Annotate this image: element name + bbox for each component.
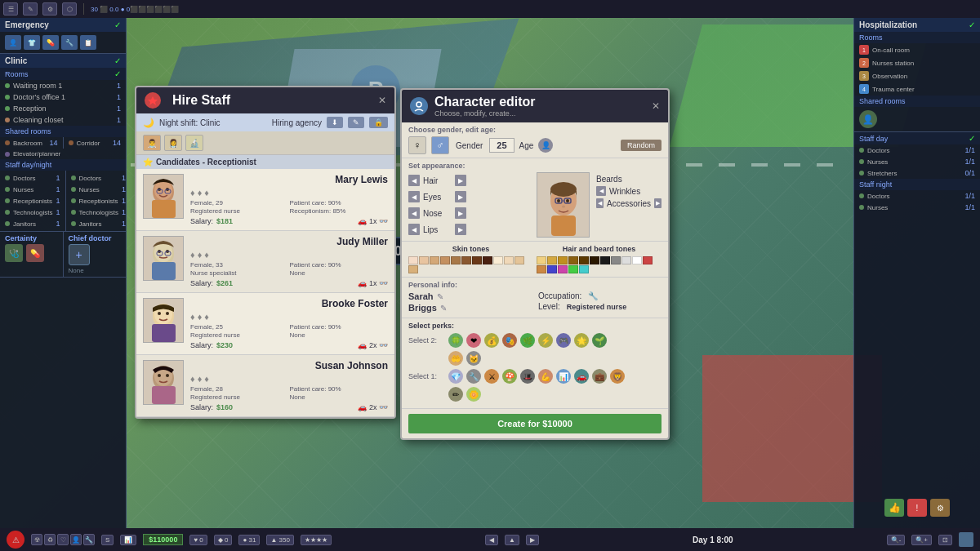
hair-swatch-1[interactable]: [537, 256, 546, 264]
perk-drama[interactable]: 🎭: [502, 333, 517, 348]
lips-right-btn[interactable]: ▶: [455, 224, 466, 235]
perk-cat[interactable]: 🐱: [466, 351, 481, 366]
perk-clover[interactable]: 🍀: [448, 333, 463, 348]
bottom-icon-1[interactable]: ☢: [31, 534, 42, 545]
eyes-left-btn[interactable]: ◀: [408, 191, 420, 202]
room-doctors[interactable]: Doctor's office 1 1: [0, 91, 126, 103]
perk-heart[interactable]: ❤: [466, 333, 481, 348]
perk-muscle[interactable]: 💪: [538, 369, 553, 384]
shared-backroom[interactable]: Backroom 14: [0, 137, 63, 149]
nose-left-btn[interactable]: ◀: [408, 207, 420, 219]
hosp-room-1[interactable]: 1 On-call room: [854, 43, 980, 56]
firstname-edit-icon[interactable]: ✎: [437, 292, 443, 301]
staff-nurse-day[interactable]: Nurses 1: [0, 184, 65, 195]
hosp-green-btn[interactable]: 👍: [884, 499, 904, 517]
hair-swatch-14[interactable]: [558, 265, 568, 273]
staff-doc-night[interactable]: Doctors 1: [66, 172, 127, 184]
perk-lightning[interactable]: ⚡: [538, 333, 553, 348]
bottom-icon-chart[interactable]: 📊: [120, 535, 136, 545]
emerg-icon-3[interactable]: 💊: [42, 35, 59, 50]
nav-left[interactable]: ◀: [485, 535, 498, 545]
hospitalization-header[interactable]: Hospitalization ✓: [854, 18, 980, 32]
skin-swatch-12[interactable]: [408, 265, 418, 273]
staff-janitor-day[interactable]: Janitors 1: [0, 218, 65, 229]
hair-swatch-13[interactable]: [547, 265, 557, 273]
skin-swatch-3[interactable]: [430, 256, 439, 264]
candidate-row-mary[interactable]: Mary Lewis ♦ ♦ ♦ Female, 29 Patient care…: [136, 169, 394, 231]
gender-male-btn[interactable]: ♂: [431, 136, 449, 154]
shared-corridor[interactable]: Corridor 14: [64, 137, 127, 149]
hosp-stretch-day[interactable]: Stretchers 0/1: [854, 167, 980, 179]
bottom-icon-2[interactable]: ♻: [44, 534, 56, 545]
hair-swatch-4[interactable]: [568, 256, 578, 264]
hosp-room-2[interactable]: 2 Nurses station: [854, 56, 980, 69]
hair-swatch-5[interactable]: [579, 256, 589, 264]
perk-case[interactable]: 💼: [592, 369, 607, 384]
hair-swatch-8[interactable]: [611, 256, 621, 264]
hosp-red-btn[interactable]: !: [907, 499, 927, 517]
accessories-left-btn[interactable]: ◀: [596, 198, 604, 208]
hosp-brown-btn[interactable]: ⚙: [930, 499, 950, 517]
skin-swatch-10[interactable]: [504, 256, 514, 264]
hair-swatch-6[interactable]: [590, 256, 599, 264]
hair-swatch-11[interactable]: [643, 256, 653, 264]
hair-swatch-9[interactable]: [621, 256, 631, 264]
gender-female-btn[interactable]: ♀: [408, 136, 426, 154]
hair-right-btn[interactable]: ▶: [455, 175, 466, 186]
room-reception[interactable]: Reception 1: [0, 103, 126, 114]
emerg-icon-4[interactable]: 🔧: [61, 35, 78, 50]
bottom-icon-S[interactable]: S: [101, 535, 114, 545]
staff-tech-night[interactable]: Technologists 1: [66, 207, 127, 218]
candidate-row-judy[interactable]: Judy Miller ♦ ♦ ♦ Female, 33 Patient car…: [136, 231, 394, 293]
perk-pencil[interactable]: ✏: [448, 387, 463, 402]
zoom-out[interactable]: 🔍-: [887, 535, 906, 545]
hosp-doc-night[interactable]: Doctors 1/1: [854, 190, 980, 202]
perk-mushroom[interactable]: 🍄: [502, 369, 517, 384]
skin-swatch-8[interactable]: [483, 256, 492, 264]
perk-money[interactable]: 💰: [484, 333, 499, 348]
skin-swatch-2[interactable]: [419, 256, 429, 264]
perk-wrench[interactable]: 🔧: [466, 369, 481, 384]
nav-up[interactable]: ▲: [505, 535, 519, 545]
hair-swatch-15[interactable]: [568, 265, 578, 273]
staff-janitor-night[interactable]: Janitors 1: [66, 218, 127, 229]
candidate-row-brooke[interactable]: Brooke Foster ♦ ♦ ♦ Female, 25 Patient c…: [136, 293, 394, 355]
wrinkles-left-btn[interactable]: ◀: [596, 186, 606, 196]
skin-swatch-6[interactable]: [461, 256, 471, 264]
perk-hands[interactable]: 🤲: [448, 351, 463, 366]
perk-sword[interactable]: ⚔: [484, 369, 499, 384]
hair-swatch-7[interactable]: [600, 256, 610, 264]
skin-swatch-4[interactable]: [440, 256, 450, 264]
perk-herb[interactable]: 🌿: [520, 333, 535, 348]
candidate-row-susan[interactable]: Susan Johnson ♦ ♦ ♦ Female, 28 Patient c…: [136, 355, 394, 417]
skin-swatch-7[interactable]: [472, 256, 482, 264]
hair-swatch-16[interactable]: [579, 265, 589, 273]
perk-game[interactable]: 🎮: [556, 333, 571, 348]
hire-close-btn[interactable]: ✕: [378, 95, 386, 106]
staff-tech-day[interactable]: Technologists 1: [0, 207, 65, 218]
hair-swatch-2[interactable]: [547, 256, 557, 264]
accessories-right-btn[interactable]: ▶: [654, 198, 662, 208]
shared-elevator[interactable]: Elevator/planner: [0, 149, 126, 159]
toolbar-edit-btn[interactable]: ✎: [23, 2, 38, 16]
skin-swatch-5[interactable]: [451, 256, 461, 264]
hire-lock-btn[interactable]: 🔒: [369, 117, 388, 128]
toolbar-settings-btn[interactable]: ⚙: [42, 2, 57, 16]
eyes-right-btn[interactable]: ▶: [455, 191, 466, 202]
create-btn[interactable]: Create for $10000: [408, 414, 662, 433]
bottom-icon-5[interactable]: 🔧: [83, 534, 95, 545]
perk-hat[interactable]: 🎩: [520, 369, 535, 384]
mini-map-btn[interactable]: [959, 532, 973, 547]
perk-chart[interactable]: 📊: [556, 369, 571, 384]
hair-swatch-12[interactable]: [537, 265, 546, 273]
hair-swatch-3[interactable]: [558, 256, 568, 264]
perk-car[interactable]: 🚗: [574, 369, 589, 384]
perk-diamond[interactable]: 💎: [448, 369, 463, 384]
hire-agency-icon[interactable]: ⬇: [327, 117, 343, 128]
add-chief-btn[interactable]: +: [69, 244, 90, 265]
staff-doc-day[interactable]: Doctors 1: [0, 172, 65, 184]
random-btn[interactable]: Random: [621, 140, 662, 151]
emerg-icon-5[interactable]: 📋: [80, 35, 96, 50]
zoom-in[interactable]: 🔍+: [911, 535, 932, 545]
char-close-btn[interactable]: ✕: [652, 100, 660, 112]
